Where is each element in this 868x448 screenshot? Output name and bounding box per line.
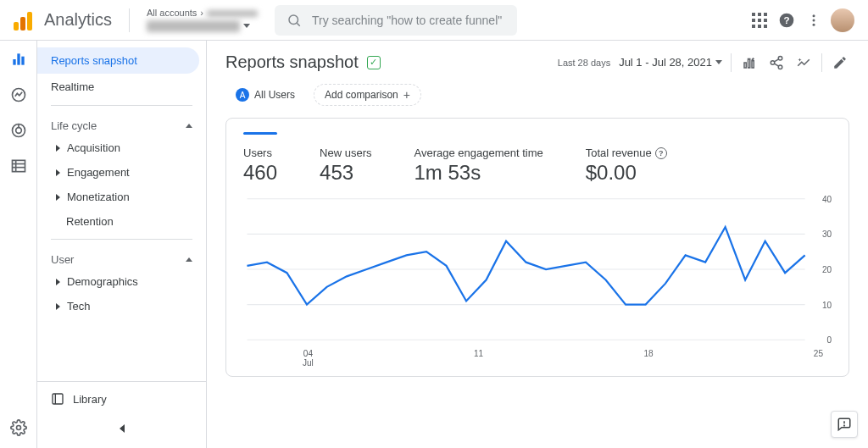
- sidebar-item-engagement[interactable]: Engagement: [37, 160, 206, 185]
- svg-rect-10: [764, 25, 767, 28]
- rail-configure-icon[interactable]: [8, 156, 29, 176]
- more-vert-icon[interactable]: [804, 10, 824, 30]
- svg-rect-28: [53, 394, 63, 404]
- rail-admin-icon[interactable]: [8, 418, 29, 438]
- product-name: Analytics: [44, 10, 112, 30]
- active-tab-indicator: [243, 132, 277, 135]
- main-content: Reports snapshot ✓ Last 28 days Jul 1 - …: [207, 41, 868, 448]
- svg-rect-18: [21, 57, 24, 65]
- svg-point-13: [813, 14, 815, 17]
- search-placeholder: Try searching "how to create funnel": [312, 14, 502, 27]
- svg-rect-9: [758, 25, 761, 28]
- svg-rect-23: [12, 160, 25, 171]
- metric-avg-engagement-time[interactable]: Average engagement time 1m 53s: [414, 147, 542, 185]
- search-icon: [287, 13, 302, 28]
- customize-report-icon[interactable]: [740, 53, 759, 72]
- chevron-down-icon: [715, 60, 722, 64]
- feedback-button[interactable]: [831, 411, 858, 438]
- metric-new-users[interactable]: New users 453: [320, 147, 371, 185]
- svg-rect-30: [744, 63, 746, 68]
- chip-badge: A: [236, 88, 249, 102]
- metric-users[interactable]: Users 460: [243, 147, 277, 185]
- sidebar: Reports snapshot Realtime Life cycle Acq…: [37, 41, 207, 448]
- account-prefix: All accounts: [147, 8, 197, 19]
- chip-all-users[interactable]: A All Users: [225, 84, 305, 106]
- svg-point-34: [771, 60, 775, 64]
- chevron-down-icon: [243, 24, 250, 28]
- svg-point-44: [844, 425, 845, 426]
- svg-rect-17: [17, 53, 19, 64]
- svg-text:?: ?: [783, 14, 789, 25]
- sidebar-item-realtime[interactable]: Realtime: [37, 74, 206, 100]
- app-header: Analytics All accounts › Try searching "…: [0, 0, 868, 41]
- svg-rect-3: [758, 13, 761, 16]
- sidebar-section-user[interactable]: User: [37, 245, 206, 269]
- verified-check-icon: ✓: [367, 56, 381, 69]
- svg-point-21: [15, 128, 21, 134]
- apps-icon[interactable]: [749, 10, 770, 30]
- chevron-up-icon: [186, 257, 192, 262]
- insights-icon[interactable]: [794, 53, 813, 72]
- svg-rect-4: [764, 13, 767, 16]
- edit-icon[interactable]: [831, 53, 849, 72]
- svg-rect-7: [764, 19, 767, 22]
- svg-line-37: [774, 64, 778, 66]
- library-icon: [51, 392, 64, 406]
- svg-rect-5: [752, 19, 755, 22]
- sidebar-item-tech[interactable]: Tech: [37, 294, 206, 318]
- chevron-up-icon: [186, 124, 192, 128]
- sidebar-item-monetization[interactable]: Monetization: [37, 185, 206, 209]
- page-title: Reports snapshot: [225, 53, 359, 72]
- share-icon[interactable]: [767, 53, 786, 72]
- nav-rail: [0, 41, 37, 448]
- svg-rect-16: [13, 59, 15, 65]
- rail-reports-icon[interactable]: [8, 49, 29, 69]
- sidebar-item-demographics[interactable]: Demographics: [37, 269, 206, 294]
- svg-rect-2: [752, 13, 755, 16]
- user-avatar[interactable]: [831, 8, 854, 32]
- sidebar-library[interactable]: Library: [37, 381, 206, 416]
- date-range-label: Last 28 days: [558, 58, 610, 68]
- svg-rect-8: [752, 25, 755, 28]
- analytics-logo-icon: [14, 10, 34, 30]
- account-selector[interactable]: All accounts ›: [147, 8, 258, 32]
- svg-line-36: [774, 58, 778, 61]
- svg-line-1: [297, 23, 299, 25]
- sidebar-collapse-button[interactable]: [37, 416, 206, 441]
- svg-rect-31: [748, 58, 750, 68]
- svg-point-14: [813, 19, 815, 21]
- svg-rect-6: [758, 19, 761, 22]
- svg-point-35: [778, 65, 782, 69]
- sidebar-section-lifecycle[interactable]: Life cycle: [37, 111, 206, 136]
- search-input[interactable]: Try searching "how to create funnel": [275, 5, 517, 36]
- chip-add-comparison[interactable]: Add comparison +: [314, 84, 421, 106]
- svg-point-15: [813, 23, 815, 25]
- sidebar-item-reports-snapshot[interactable]: Reports snapshot: [37, 47, 199, 74]
- svg-point-27: [16, 426, 20, 430]
- help-icon[interactable]: ?: [776, 10, 797, 30]
- users-chart: 010203040: [243, 193, 832, 346]
- svg-point-33: [778, 56, 782, 60]
- chevron-left-icon: [120, 424, 125, 433]
- date-range-picker[interactable]: Jul 1 - Jul 28, 2021: [619, 56, 722, 69]
- svg-point-0: [289, 15, 298, 25]
- svg-rect-32: [752, 60, 754, 67]
- overview-card: Users 460 New users 453 Average engageme…: [225, 118, 849, 377]
- sidebar-item-acquisition[interactable]: Acquisition: [37, 136, 206, 160]
- rail-explore-icon[interactable]: [8, 85, 29, 105]
- metric-total-revenue[interactable]: Total revenue ? $0.00: [586, 147, 667, 185]
- info-icon[interactable]: ?: [655, 147, 667, 159]
- plus-icon: +: [403, 88, 410, 102]
- rail-advertising-icon[interactable]: [8, 120, 29, 141]
- sidebar-item-retention[interactable]: Retention: [37, 209, 206, 234]
